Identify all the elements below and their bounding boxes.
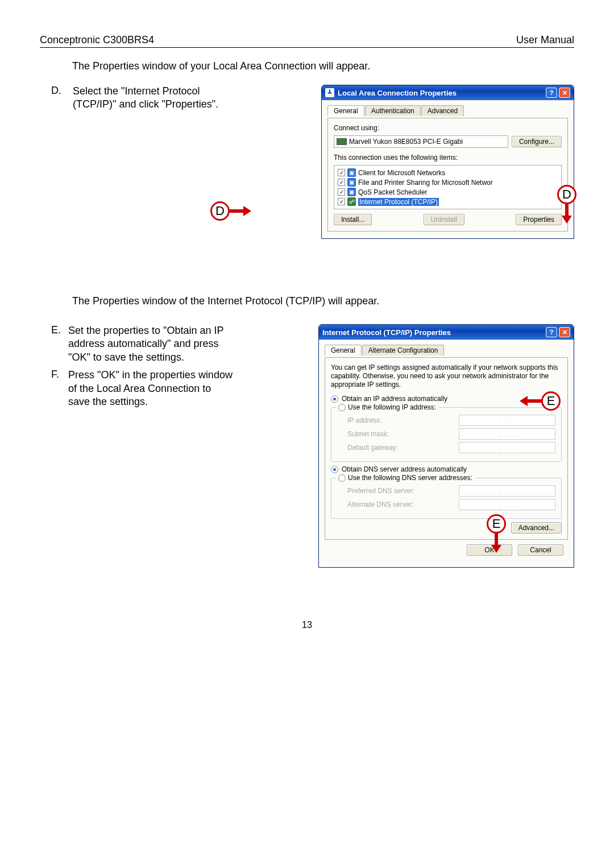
use-dns-label: Use the following DNS server addresses: [348,474,472,482]
use-ip-radio[interactable]: Use the following IP address: [336,403,438,411]
service-icon: ▣ [347,178,356,187]
ip-address-field: IP address: . . . [347,415,555,426]
tab-general[interactable]: General [327,105,364,116]
doc-title: User Manual [516,34,574,46]
step-d-row: D. Select the "Internet Protocol (TCP/IP… [40,85,574,261]
annotation-e-circle: E [541,391,561,411]
protocol-icon: ☍ [347,197,356,206]
item-text: Client for Microsoft Networks [358,169,445,177]
subnet-input: . . . [459,428,555,440]
item-text: QoS Packet Scheduler [358,188,427,196]
items-label: This connection uses the following items… [334,154,562,162]
lan-properties-window: ┻ Local Area Connection Properties ? ✕ G… [321,85,574,239]
step-e-text: Set the properties to "Obtain an IP addr… [68,324,227,364]
page-number: 13 [40,620,574,630]
tcpip-tabs: General Alternate Configuration [325,345,568,356]
adapter-name: Marvell Yukon 88E8053 PCI-E Gigabi [349,138,463,146]
tcpip-title: Internet Protocol (TCP/IP) Properties [322,328,451,337]
pref-dns-input: . . . [459,485,555,497]
annotation-arrow-down [562,204,572,224]
gateway-field: Default gateway: . . . [347,442,555,453]
uninstall-button: Uninstall [424,214,464,225]
subnet-field: Subnet mask: . . . [347,428,555,440]
help-button[interactable]: ? [546,327,557,337]
step-d-text: Select the "Internet Protocol (TCP/IP)" … [73,85,226,111]
obtain-dns-label: Obtain DNS server address automatically [342,465,467,473]
network-icon: ┻ [325,88,334,97]
close-button[interactable]: ✕ [559,88,570,98]
install-button[interactable]: Install... [334,214,372,225]
lan-title: Local Area Connection Properties [338,89,457,97]
annotation-arrow-left [518,396,541,406]
step-e-letter: E. [40,324,68,364]
annotation-arrow-right [230,206,252,216]
item-qos[interactable]: ✓ ▣ QoS Packet Scheduler [337,187,559,197]
use-dns-group: Use the following DNS server addresses: … [331,478,562,519]
annotation-e-bottom: E [487,514,506,553]
lan-tabs: General Authentication Advanced [327,105,568,116]
help-button[interactable]: ? [546,88,557,98]
close-button[interactable]: ✕ [559,327,570,337]
page-header: Conceptronic C300BRS4 User Manual [40,34,574,48]
step-f-text: Press "OK" in the properties window of t… [68,369,233,408]
annotation-d-left: D [210,201,252,221]
manual-page: Conceptronic C300BRS4 User Manual The Pr… [0,0,614,653]
item-fileprint[interactable]: ✓ ▣ File and Printer Sharing for Microso… [337,177,559,187]
item-text-selected: Internet Protocol (TCP/IP) [358,198,439,206]
obtain-ip-label: Obtain an IP address automatically [342,395,447,403]
checkbox-icon[interactable]: ✓ [338,179,345,186]
checkbox-icon[interactable]: ✓ [338,198,345,205]
lan-titlebar: ┻ Local Area Connection Properties ? ✕ [322,85,574,100]
annotation-arrow-down [491,534,501,553]
item-client[interactable]: ✓ ▣ Client for Microsoft Networks [337,168,559,177]
gateway-input: . . . [459,442,555,453]
nic-icon [337,138,347,145]
tcpip-titlebar: Internet Protocol (TCP/IP) Properties ? … [319,325,574,340]
use-ip-label: Use the following IP address: [348,403,436,411]
ip-input: . . . [459,415,555,426]
configure-button[interactable]: Configure... [512,136,562,147]
tab-advanced[interactable]: Advanced [421,105,464,116]
item-tcpip[interactable]: ✓ ☍ Internet Protocol (TCP/IP) [337,197,559,206]
tab-authentication[interactable]: Authentication [365,105,421,116]
intro-text-1: The Properties window of your Local Area… [72,60,574,72]
annotation-d-circle: D [557,185,576,204]
radio-icon[interactable] [338,404,346,411]
radio-icon[interactable] [331,395,338,403]
checkbox-icon[interactable]: ✓ [338,169,345,176]
checkbox-icon[interactable]: ✓ [338,188,345,196]
annotation-e-top: E [518,391,561,411]
obtain-dns-radio[interactable]: Obtain DNS server address automatically [331,465,562,473]
items-list: ✓ ▣ Client for Microsoft Networks ✓ ▣ Fi… [334,165,562,209]
service-icon: ▣ [347,188,356,196]
alt-dns-field: Alternate DNS server: . . . [347,499,555,510]
pref-dns-field: Preferred DNS server: . . . [347,485,555,497]
client-icon: ▣ [347,168,356,177]
annotation-d-circle: D [210,201,230,221]
adapter-textbox[interactable]: Marvell Yukon 88E8053 PCI-E Gigabi [334,135,508,148]
step-d-letter: D. [40,85,68,97]
annotation-d-right: D [557,185,576,224]
item-text: File and Printer Sharing for Microsoft N… [358,179,493,187]
use-dns-radio[interactable]: Use the following DNS server addresses: [336,474,475,482]
cancel-button[interactable]: Cancel [518,544,563,556]
annotation-e-circle: E [487,514,506,534]
properties-button[interactable]: Properties [516,214,562,225]
tcpip-desc: You can get IP settings assigned automat… [331,363,562,389]
advanced-button[interactable]: Advanced... [511,522,562,534]
radio-icon[interactable] [338,474,346,482]
radio-icon[interactable] [331,466,338,473]
tab-general[interactable]: General [325,345,362,356]
product-name: Conceptronic C300BRS4 [40,34,154,46]
step-ef-row: E. Set the properties to "Obtain an IP a… [40,324,574,597]
intro-text-2: The Properties window of the Internet Pr… [72,295,574,307]
tcpip-properties-window: Internet Protocol (TCP/IP) Properties ? … [318,324,574,568]
alt-dns-input: . . . [459,499,555,510]
step-f-letter: F. [40,369,68,408]
connect-using-label: Connect using: [334,124,562,132]
tab-altconfig[interactable]: Alternate Configuration [362,345,445,356]
use-ip-group: Use the following IP address: IP address… [331,407,562,462]
